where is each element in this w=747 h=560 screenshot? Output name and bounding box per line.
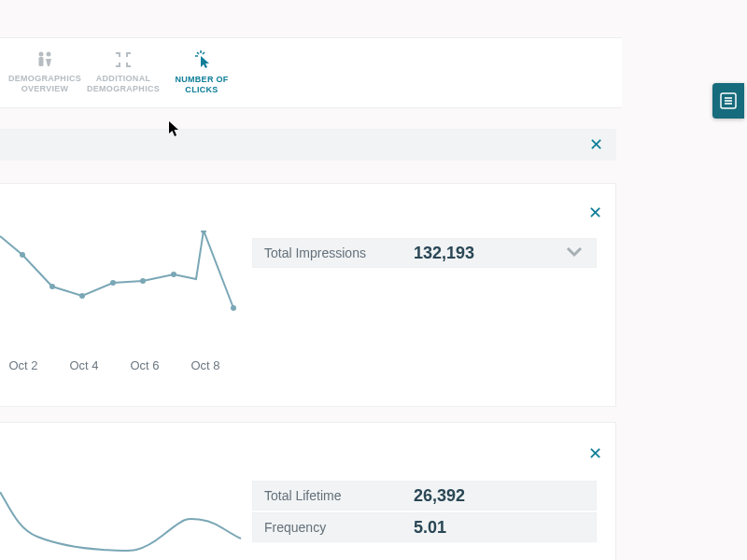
impressions-stats: Total Impressions 132,193 [252, 238, 597, 270]
tick-label: Oct 8 [182, 358, 229, 372]
close-icon[interactable]: ✕ [589, 134, 603, 155]
tab-demographics-overview[interactable]: DEMOGRAPHICS OVERVIEW [6, 51, 84, 94]
stat-row: Frequency 5.01 [252, 512, 597, 542]
stat-label: Total Lifetime [253, 488, 414, 503]
tab-label: DEMOGRAPHICS [6, 74, 84, 84]
tab-label: NUMBER OF [162, 75, 241, 85]
stat-row: Total Lifetime 26,392 [252, 481, 597, 511]
stat-row: Total Impressions 132,193 [252, 238, 597, 268]
svg-point-4 [49, 284, 55, 289]
impressions-chart [0, 231, 243, 356]
close-icon[interactable]: ✕ [588, 203, 602, 223]
svg-point-3 [20, 252, 25, 258]
tick-label: Oct 6 [121, 358, 168, 372]
chevron-down-icon[interactable] [566, 245, 583, 261]
tab-label: OVERVIEW [6, 84, 84, 94]
crop-icon [84, 51, 162, 68]
tick-label: Oct 2 [0, 358, 47, 372]
people-icon [6, 51, 84, 68]
svg-point-10 [231, 305, 236, 311]
tab-label: CLICKS [162, 85, 241, 95]
svg-point-6 [110, 280, 116, 286]
lifetime-panel: ✕ Total Lifetime 26,392 Frequency 5.01 [0, 422, 616, 560]
tick-label: Oct 4 [61, 358, 107, 372]
stat-label: Total Impressions [253, 245, 414, 260]
stat-value: 5.01 [414, 518, 446, 538]
tab-number-of-clicks[interactable]: NUMBER OF CLICKS [162, 50, 241, 95]
report-tabs: DEMOGRAPHICS OVERVIEW ADDITIONAL DEMOGRA… [0, 37, 622, 108]
stat-value: 26,392 [414, 486, 465, 506]
lifetime-chart [0, 492, 243, 560]
svg-point-8 [171, 272, 176, 277]
tab-label: DEMOGRAPHICS [84, 84, 162, 94]
svg-rect-1 [39, 57, 44, 66]
stat-value: 132,193 [414, 244, 474, 263]
filter-bar: ✕ [0, 129, 616, 161]
svg-point-2 [47, 52, 51, 57]
list-icon [720, 92, 737, 109]
svg-point-5 [79, 293, 85, 299]
impressions-panel: ✕ Oct 2 Oct 4 Oct 6 Oct 8 Total Impressi… [0, 183, 616, 407]
svg-point-9 [201, 231, 206, 233]
svg-point-7 [140, 278, 146, 284]
close-icon[interactable]: ✕ [588, 443, 602, 464]
side-panel-button[interactable] [712, 83, 744, 119]
lifetime-stats: Total Lifetime 26,392 Frequency 5.01 [252, 481, 597, 544]
tab-additional-demographics[interactable]: ADDITIONAL DEMOGRAPHICS [84, 51, 162, 94]
tab-label: ADDITIONAL [84, 74, 162, 84]
stat-label: Frequency [253, 520, 414, 535]
svg-point-0 [39, 52, 44, 57]
click-icon [162, 50, 241, 69]
